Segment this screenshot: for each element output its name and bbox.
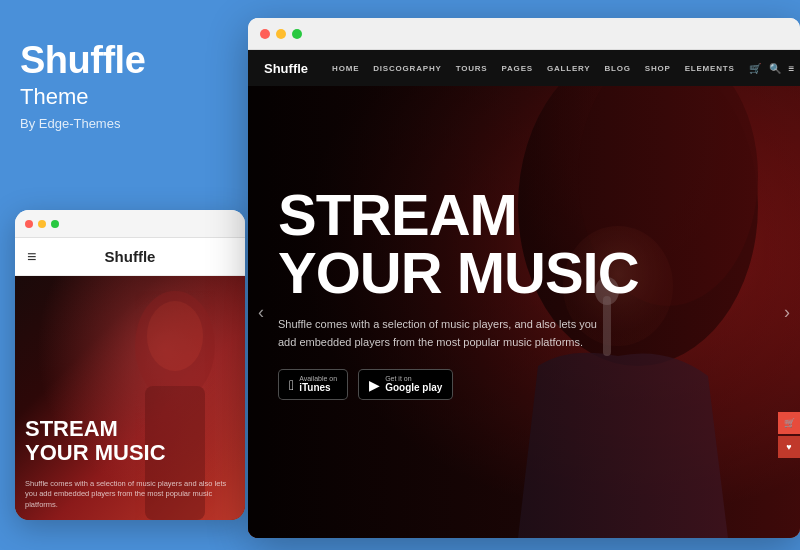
theme-author: By Edge-Themes xyxy=(20,116,228,131)
hero-line2: YOUR MUSIC xyxy=(278,244,639,302)
mobile-mockup: ≡ Shuffle STREAM YOUR MUSIC Shuffle come… xyxy=(15,210,245,520)
svg-point-2 xyxy=(147,301,203,371)
side-btn-wishlist[interactable]: ♥ xyxy=(778,436,800,458)
desktop-browser-bar xyxy=(248,18,800,50)
desktop-mockup: Shuffle HOME DISCOGRAPHY TOURS PAGES GAL… xyxy=(248,18,800,538)
side-buttons: 🛒 ♥ xyxy=(778,412,800,458)
play-icon: ▶ xyxy=(369,377,380,393)
nav-item-discography[interactable]: DISCOGRAPHY xyxy=(373,64,441,73)
nav-item-tours[interactable]: TOURS xyxy=(456,64,488,73)
mobile-hero: STREAM YOUR MUSIC Shuffle comes with a s… xyxy=(15,276,245,520)
google-play-button[interactable]: ▶ Get it on Google play xyxy=(358,369,453,400)
google-button-text: Get it on Google play xyxy=(385,375,442,394)
desktop-hero-buttons:  Available on iTunes ▶ Get it on Google… xyxy=(278,369,639,400)
desktop-dot-yellow xyxy=(276,29,286,39)
left-panel: Shuffle Theme By Edge-Themes ≡ Shuffle xyxy=(0,0,248,550)
desktop-logo: Shuffle xyxy=(264,61,308,76)
nav-item-gallery[interactable]: GALLERY xyxy=(547,64,591,73)
cart-icon[interactable]: 🛒 xyxy=(749,63,761,74)
nav-item-home[interactable]: HOME xyxy=(332,64,359,73)
hero-line1: STREAM xyxy=(278,186,639,244)
nav-item-elements[interactable]: ELEMENTS xyxy=(685,64,735,73)
theme-subtitle: Theme xyxy=(20,84,228,110)
side-btn-cart[interactable]: 🛒 xyxy=(778,412,800,434)
hamburger-icon[interactable]: ≡ xyxy=(27,248,36,266)
mobile-hero-desc: Shuffle comes with a selection of music … xyxy=(25,479,235,511)
mobile-nav: ≡ Shuffle xyxy=(15,238,245,276)
mobile-hero-title: STREAM YOUR MUSIC xyxy=(25,417,166,465)
carousel-next[interactable]: › xyxy=(784,302,790,323)
carousel-prev[interactable]: ‹ xyxy=(258,302,264,323)
mobile-hero-text: STREAM YOUR MUSIC xyxy=(25,417,166,465)
theme-title: Shuffle xyxy=(20,40,228,82)
itunes-button-text: Available on iTunes xyxy=(299,375,337,394)
mobile-dot-green xyxy=(51,220,59,228)
desktop-nav-icons: 🛒 🔍 ≡ xyxy=(749,63,795,74)
itunes-button[interactable]:  Available on iTunes xyxy=(278,369,348,400)
desktop-hero-desc: Shuffle comes with a selection of music … xyxy=(278,316,598,351)
apple-icon:  xyxy=(289,377,294,393)
desktop-dot-green xyxy=(292,29,302,39)
desktop-hero: ‹ › STREAM YOUR MUSIC Shuffle comes with… xyxy=(248,86,800,538)
search-icon[interactable]: 🔍 xyxy=(769,63,781,74)
nav-item-pages[interactable]: PAGES xyxy=(502,64,533,73)
mobile-dot-yellow xyxy=(38,220,46,228)
nav-item-shop[interactable]: SHOP xyxy=(645,64,671,73)
desktop-hero-content: STREAM YOUR MUSIC Shuffle comes with a s… xyxy=(278,186,639,400)
mobile-dot-red xyxy=(25,220,33,228)
menu-icon[interactable]: ≡ xyxy=(789,63,795,74)
mobile-browser-bar xyxy=(15,210,245,238)
desktop-dot-red xyxy=(260,29,270,39)
desktop-hero-title: STREAM YOUR MUSIC xyxy=(278,186,639,302)
nav-item-blog[interactable]: BLOG xyxy=(604,64,630,73)
desktop-nav: Shuffle HOME DISCOGRAPHY TOURS PAGES GAL… xyxy=(248,50,800,86)
mobile-logo: Shuffle xyxy=(105,248,156,265)
